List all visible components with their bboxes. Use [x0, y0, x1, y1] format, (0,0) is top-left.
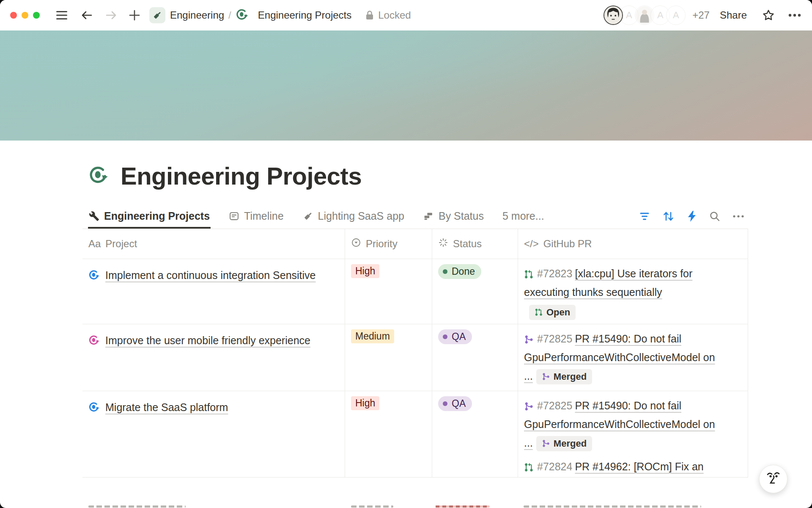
- text-property-icon: Aa: [88, 238, 101, 250]
- breadcrumb-workspace[interactable]: Engineering: [170, 9, 224, 21]
- tab-label: Timeline: [244, 210, 284, 222]
- status-dot: [443, 401, 447, 406]
- avatar[interactable]: [604, 6, 623, 25]
- priority-badge: Medium: [351, 329, 394, 343]
- column-header-priority[interactable]: Priority: [345, 229, 432, 259]
- table-row: Implement a continuous integration Sensi…: [82, 259, 748, 324]
- collaborator-avatars[interactable]: A A A: [604, 6, 686, 25]
- project-page-icon: [88, 402, 100, 414]
- status-badge: Done: [438, 264, 481, 279]
- table-row: Migrate the SaaS platform High QA #72825…: [82, 391, 748, 478]
- notion-window: Engineering / Engineering Projects Locke…: [0, 0, 812, 508]
- project-page-icon: [88, 335, 100, 347]
- project-cell[interactable]: Migrate the SaaS platform: [82, 391, 345, 478]
- page-content: Engineering Projects Engineering Project…: [82, 141, 748, 478]
- lock-icon: [365, 10, 374, 20]
- status-cell[interactable]: Done: [432, 259, 518, 324]
- database-table: Aa Project Priority Status </>: [82, 229, 748, 478]
- page-icon[interactable]: [88, 166, 110, 187]
- status-dot: [443, 334, 447, 339]
- notion-ai-button[interactable]: [759, 465, 787, 493]
- search-icon[interactable]: [709, 211, 720, 222]
- tab-engineering-projects[interactable]: Engineering Projects: [88, 210, 211, 228]
- column-header-github-pr[interactable]: </> GitHub PR: [518, 229, 748, 259]
- cover-image: [0, 30, 812, 141]
- sidebar-toggle-icon[interactable]: [56, 11, 68, 20]
- status-cell[interactable]: QA: [432, 391, 518, 478]
- project-cell[interactable]: Improve the user mobile friendly experie…: [82, 324, 345, 391]
- priority-cell[interactable]: Medium: [345, 324, 432, 391]
- git-merge-icon: [524, 402, 533, 411]
- filter-icon[interactable]: [639, 212, 650, 221]
- priority-cell[interactable]: High: [345, 391, 432, 478]
- git-merge-icon: [524, 335, 533, 344]
- back-icon[interactable]: [81, 10, 93, 20]
- column-header-status[interactable]: Status: [432, 229, 518, 259]
- status-cell[interactable]: QA: [432, 324, 518, 391]
- breadcrumb-page-icon[interactable]: [236, 8, 249, 22]
- sort-icon[interactable]: [663, 211, 675, 222]
- pr-entry: #72825PR #15490: Do not fail GpuPerforma…: [524, 329, 723, 385]
- git-pull-request-icon: [524, 463, 533, 472]
- favorite-star-icon[interactable]: [762, 9, 775, 22]
- collaborator-overflow-count[interactable]: +27: [692, 9, 710, 21]
- tab-label: Lighting SaaS app: [318, 210, 404, 222]
- lock-toggle[interactable]: Locked: [365, 9, 411, 21]
- status-badge: QA: [438, 329, 472, 344]
- pr-number: #72823: [537, 268, 572, 279]
- select-property-icon: [351, 237, 361, 250]
- column-label: Project: [105, 238, 137, 250]
- close-window-button[interactable]: [10, 12, 17, 19]
- minimize-window-button[interactable]: [22, 12, 28, 19]
- zoom-window-button[interactable]: [33, 12, 40, 19]
- wrench-icon: [89, 211, 99, 221]
- tab-lighting-saas-app[interactable]: Lighting SaaS app: [302, 210, 405, 228]
- project-cell[interactable]: Implement a continuous integration Sensi…: [82, 259, 345, 324]
- tab-timeline[interactable]: Timeline: [228, 210, 285, 228]
- column-header-project[interactable]: Aa Project: [82, 229, 345, 259]
- tab-by-status[interactable]: By Status: [422, 210, 485, 228]
- view-actions: [639, 210, 748, 222]
- project-page-icon: [88, 270, 100, 282]
- breadcrumb-page[interactable]: Engineering Projects: [258, 9, 351, 21]
- github-pr-cell[interactable]: #72825PR #15490: Do not fail GpuPerforma…: [518, 324, 748, 391]
- tab-label: Engineering Projects: [104, 210, 210, 222]
- share-button[interactable]: Share: [720, 9, 747, 21]
- column-label: Priority: [366, 238, 398, 250]
- github-pr-cell[interactable]: #72823[xla:cpu] Use iterators for execut…: [518, 259, 748, 324]
- status-badge: QA: [438, 396, 472, 411]
- git-pull-request-icon: [535, 308, 543, 316]
- more-options-icon[interactable]: [788, 14, 801, 17]
- board-icon: [423, 211, 434, 221]
- project-title-link[interactable]: Migrate the SaaS platform: [105, 401, 228, 413]
- forward-icon[interactable]: [105, 10, 117, 20]
- pr-number: #72824: [537, 461, 572, 472]
- priority-cell[interactable]: High: [345, 259, 432, 324]
- project-title-link[interactable]: Implement a continuous integration Sensi…: [105, 269, 316, 281]
- project-title-link[interactable]: Improve the user mobile friendly experie…: [105, 334, 310, 346]
- avatar[interactable]: A: [666, 6, 686, 25]
- status-dot: [443, 269, 447, 274]
- pr-number: #72825: [537, 400, 572, 411]
- pr-state-badge: Open: [529, 305, 576, 320]
- view-more-icon[interactable]: [733, 215, 744, 218]
- toolbar: Engineering / Engineering Projects Locke…: [0, 0, 812, 30]
- lightning-icon[interactable]: [687, 210, 697, 222]
- breadcrumb-workspace-icon[interactable]: [149, 7, 165, 23]
- github-pr-cell[interactable]: #72825PR #15490: Do not fail GpuPerforma…: [518, 391, 748, 478]
- new-tab-icon[interactable]: [129, 10, 140, 21]
- column-label: Status: [453, 238, 482, 250]
- notion-ai-face-icon: [766, 471, 781, 488]
- table-header-row: Aa Project Priority Status </>: [82, 229, 748, 259]
- page-title[interactable]: Engineering Projects: [121, 162, 362, 190]
- pr-number: #72825: [537, 333, 572, 345]
- column-label: GitHub PR: [543, 238, 592, 250]
- table-row: Improve the user mobile friendly experie…: [82, 324, 748, 391]
- more-views-button[interactable]: 5 more...: [502, 210, 544, 222]
- view-tabs-bar: Engineering Projects Timeline Lighting S…: [82, 205, 748, 229]
- pr-entry: #72823[xla:cpu] Use iterators for execut…: [524, 264, 723, 321]
- lock-label: Locked: [378, 9, 411, 21]
- breadcrumb-separator: /: [228, 9, 231, 21]
- page-header: Engineering Projects: [82, 162, 748, 190]
- priority-badge: High: [351, 264, 379, 278]
